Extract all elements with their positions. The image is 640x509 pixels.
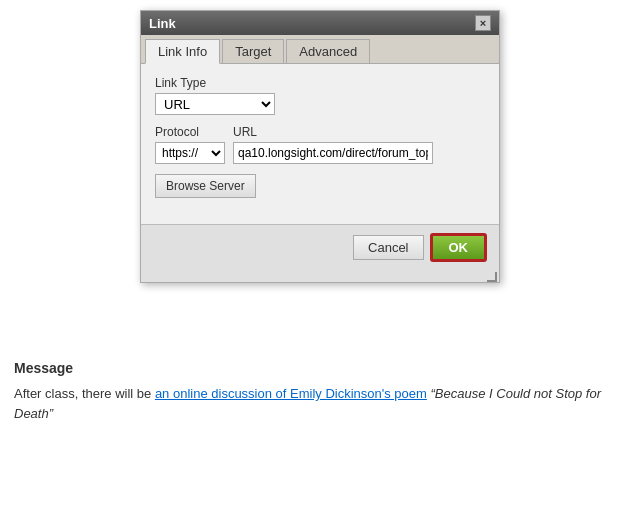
message-before-link: After class, there will be (14, 386, 155, 401)
resize-handle[interactable] (141, 270, 499, 282)
protocol-label: Protocol (155, 125, 225, 139)
dialog-close-button[interactable]: × (475, 15, 491, 31)
link-type-select[interactable]: URL Link to anchor in the text E-Mail (155, 93, 275, 115)
dialog-title: Link (149, 16, 176, 31)
protocol-url-group: Protocol https:// http:// ftp:// // othe… (155, 125, 485, 164)
cancel-button[interactable]: Cancel (353, 235, 423, 260)
tab-link-info[interactable]: Link Info (145, 39, 220, 64)
tab-advanced[interactable]: Advanced (286, 39, 370, 63)
dialog-footer: Cancel OK (141, 224, 499, 270)
dialog-body: Link Type URL Link to anchor in the text… (141, 64, 499, 224)
message-body: After class, there will be an online dis… (14, 384, 626, 423)
tab-target[interactable]: Target (222, 39, 284, 63)
url-input[interactable] (233, 142, 433, 164)
link-dialog: Link × Link Info Target Advanced Link Ty… (140, 10, 500, 283)
link-type-label: Link Type (155, 76, 485, 90)
tab-bar: Link Info Target Advanced (141, 35, 499, 64)
resize-icon (487, 272, 497, 282)
link-type-group: Link Type URL Link to anchor in the text… (155, 76, 485, 115)
ok-button[interactable]: OK (430, 233, 488, 262)
message-section: Message After class, there will be an on… (0, 340, 640, 433)
dialog-titlebar: Link × (141, 11, 499, 35)
protocol-field: Protocol https:// http:// ftp:// // othe… (155, 125, 225, 164)
url-label: URL (233, 125, 433, 139)
url-field: URL (233, 125, 433, 164)
protocol-select[interactable]: https:// http:// ftp:// // other (155, 142, 225, 164)
message-link[interactable]: an online discussion of Emily Dickinson'… (155, 386, 427, 401)
browse-server-button[interactable]: Browse Server (155, 174, 256, 198)
close-icon: × (480, 18, 486, 29)
browse-server-group: Browse Server (155, 174, 485, 198)
message-heading: Message (14, 360, 626, 376)
